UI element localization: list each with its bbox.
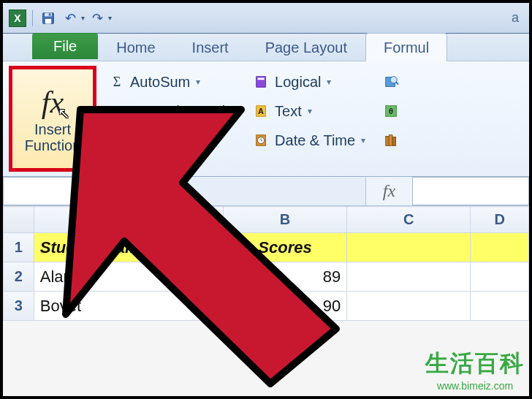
insert-function-label: InsertFunction <box>25 121 81 153</box>
row-header[interactable]: 2 <box>4 262 34 292</box>
book-icon <box>108 132 126 149</box>
ribbon-tabs: File Home Insert Page Layout Formul <box>3 34 529 61</box>
recently-used-button[interactable]: ★ Recently Used ▾ <box>102 98 241 124</box>
cell[interactable]: 89 <box>223 262 347 292</box>
svg-rect-15 <box>392 137 396 145</box>
math-trig-button[interactable]: θ <box>377 98 406 124</box>
date-time-label: Date & Time <box>275 132 355 149</box>
books-icon <box>383 132 400 149</box>
autosum-label: AutoSum <box>130 74 190 91</box>
svg-rect-4 <box>113 137 120 139</box>
dropdown-arrow-icon: ▾ <box>361 135 365 145</box>
fbar-gap <box>156 177 365 205</box>
text-button[interactable]: A Text ▾ <box>247 98 371 124</box>
watermark: 生活百科 www.bimeiz.com <box>425 348 525 392</box>
svg-rect-5 <box>258 78 265 80</box>
column-header[interactable]: D <box>471 207 529 233</box>
text-a-icon: A <box>253 102 270 120</box>
ribbon-content: fx InsertFunction ↖ Σ AutoSum ▾ ★ Recent… <box>3 61 529 177</box>
tab-home[interactable]: Home <box>98 33 173 61</box>
tab-insert[interactable]: Insert <box>174 33 247 61</box>
dropdown-arrow-icon: ▾ <box>196 77 200 87</box>
formula-bar-row: B9 fx <box>3 177 529 206</box>
watermark-text: 生活百科 <box>425 348 525 380</box>
column-header[interactable]: B <box>223 207 347 233</box>
cell[interactable]: Bovet <box>34 292 223 321</box>
date-time-button[interactable]: Date & Time ▾ <box>247 127 371 153</box>
tab-formulas[interactable]: Formul <box>365 33 447 61</box>
svg-text:A: A <box>258 107 264 115</box>
svg-text:θ: θ <box>389 107 393 115</box>
svg-rect-2 <box>45 18 51 23</box>
cell[interactable]: 90 <box>223 292 347 321</box>
row-header[interactable]: 1 <box>4 233 34 262</box>
undo-button[interactable]: ↶ <box>61 9 80 28</box>
dropdown-arrow-icon: ▾ <box>231 106 235 116</box>
row-header[interactable]: 3 <box>4 292 34 321</box>
fx-label-icon[interactable]: fx <box>365 177 412 205</box>
watermark-url: www.bimeiz.com <box>425 380 525 392</box>
cell[interactable] <box>347 233 471 262</box>
cell[interactable]: Student Name <box>34 233 223 262</box>
formula-input[interactable] <box>412 177 529 205</box>
logical-button[interactable]: Logical ▾ <box>247 69 371 95</box>
function-library-col3: θ <box>377 66 406 172</box>
cell[interactable]: Scores <box>223 233 347 262</box>
cell[interactable] <box>471 262 529 292</box>
clock-icon <box>253 132 270 149</box>
text-label: Text <box>275 103 302 120</box>
more-functions-button[interactable] <box>377 127 406 153</box>
cell[interactable]: Alan <box>34 262 223 292</box>
dropdown-arrow-icon: ▾ <box>327 77 331 87</box>
cell[interactable] <box>471 292 529 321</box>
svg-rect-3 <box>49 13 51 15</box>
book-icon <box>253 73 270 91</box>
qat-divider <box>32 10 33 26</box>
select-all-corner[interactable] <box>4 207 34 233</box>
autosum-button[interactable]: Σ AutoSum ▾ <box>102 69 241 95</box>
tab-file[interactable]: File <box>32 33 98 59</box>
magnifier-icon <box>383 73 400 91</box>
titlebar-text: a <box>512 10 523 26</box>
redo-button[interactable]: ↷ <box>88 9 107 28</box>
financial-button[interactable] <box>102 127 241 153</box>
svg-rect-14 <box>389 135 392 146</box>
function-library-col2: Logical ▾ A Text ▾ Date & Time ▾ <box>247 66 371 172</box>
recently-used-label: Recently Used <box>130 103 225 120</box>
svg-line-10 <box>396 82 399 85</box>
tab-page-layout[interactable]: Page Layout <box>247 33 365 61</box>
function-library-col1: Σ AutoSum ▾ ★ Recently Used ▾ <box>102 66 241 172</box>
sigma-icon: Σ <box>108 73 126 91</box>
undo-dropdown-arrow-icon[interactable]: ▾ <box>81 14 85 22</box>
lookup-button[interactable] <box>377 69 406 95</box>
fx-icon: fx <box>42 85 64 120</box>
svg-rect-1 <box>45 12 52 16</box>
column-header[interactable]: A <box>34 207 223 233</box>
quick-access-toolbar: X ↶ ▾ ↷ ▾ a <box>3 3 529 34</box>
name-box[interactable]: B9 <box>3 177 156 205</box>
cell[interactable] <box>347 292 471 321</box>
excel-logo-icon: X <box>9 10 26 27</box>
cell[interactable] <box>347 262 471 292</box>
dropdown-arrow-icon: ▾ <box>308 106 312 116</box>
column-header[interactable]: C <box>347 207 471 233</box>
redo-dropdown-arrow-icon[interactable]: ▾ <box>108 14 112 22</box>
insert-function-button[interactable]: fx InsertFunction ↖ <box>9 66 96 172</box>
theta-icon: θ <box>383 102 400 120</box>
star-icon: ★ <box>108 102 126 120</box>
logical-label: Logical <box>275 74 321 91</box>
spreadsheet-grid: A B C D 1 Student Name Scores 2 Alan 89 … <box>3 206 529 321</box>
save-button[interactable] <box>39 9 58 28</box>
svg-rect-13 <box>386 137 390 146</box>
cell[interactable] <box>471 233 529 262</box>
app-window: X ↶ ▾ ↷ ▾ a File Home Insert Page Layout… <box>0 0 532 399</box>
